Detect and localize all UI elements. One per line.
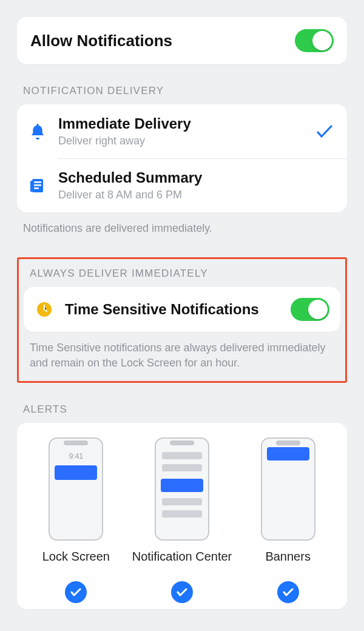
alerts-card: 9:41 Lock Screen Notification Center Ban… <box>17 423 347 609</box>
delivery-scheduled-sub: Deliver at 8 AM and 6 PM <box>58 189 315 201</box>
lock-screen-time: 9:41 <box>50 452 102 461</box>
delivery-scheduled-title: Scheduled Summary <box>58 169 315 186</box>
alert-banners-check[interactable] <box>277 581 299 603</box>
lock-screen-preview: 9:41 <box>49 437 103 541</box>
notification-center-preview <box>155 437 209 541</box>
alerts-header: ALERTS <box>23 403 345 416</box>
allow-notifications-label: Allow Notifications <box>30 32 172 50</box>
delivery-row-immediate[interactable]: Immediate Delivery Deliver right away <box>17 104 347 158</box>
svg-rect-1 <box>34 181 41 183</box>
alert-lock-screen-check[interactable] <box>65 581 87 603</box>
delivery-immediate-title: Immediate Delivery <box>58 115 315 132</box>
delivery-row-scheduled[interactable]: Scheduled Summary Deliver at 8 AM and 6 … <box>17 158 347 212</box>
alert-option-banners[interactable]: Banners <box>237 437 340 564</box>
alert-banners-label: Banners <box>237 549 340 564</box>
bell-icon <box>27 124 49 140</box>
delivery-section-header: NOTIFICATION DELIVERY <box>23 85 345 97</box>
alert-lock-screen-label: Lock Screen <box>24 549 127 564</box>
time-sensitive-footer: Time Sensitive notifications are always … <box>30 340 334 370</box>
banners-preview <box>261 437 315 541</box>
allow-notifications-toggle[interactable] <box>295 29 334 52</box>
svg-rect-2 <box>34 184 41 186</box>
alert-notification-center-label: Notification Center <box>130 549 234 564</box>
time-sensitive-highlight: ALWAYS DELIVER IMMEDIATELY Time Sensitiv… <box>17 257 347 383</box>
clock-icon <box>35 302 54 317</box>
alert-notification-center-check[interactable] <box>171 581 193 603</box>
checkmark-icon <box>315 125 334 138</box>
delivery-footer: Notifications are delivered immediately. <box>23 221 341 235</box>
alert-option-notification-center[interactable]: Notification Center <box>130 437 234 564</box>
time-sensitive-title: Time Sensitive Notifications <box>65 301 291 318</box>
delivery-list: Immediate Delivery Deliver right away Sc… <box>17 104 347 212</box>
alert-option-lock-screen[interactable]: 9:41 Lock Screen <box>24 437 127 564</box>
svg-rect-4 <box>30 181 33 192</box>
time-sensitive-header: ALWAYS DELIVER IMMEDIATELY <box>30 268 338 280</box>
svg-rect-3 <box>34 187 39 189</box>
time-sensitive-toggle[interactable] <box>291 298 329 321</box>
allow-notifications-row[interactable]: Allow Notifications <box>17 17 347 64</box>
time-sensitive-row[interactable]: Time Sensitive Notifications <box>24 287 340 332</box>
delivery-immediate-sub: Deliver right away <box>58 135 315 147</box>
summary-icon <box>27 178 49 194</box>
